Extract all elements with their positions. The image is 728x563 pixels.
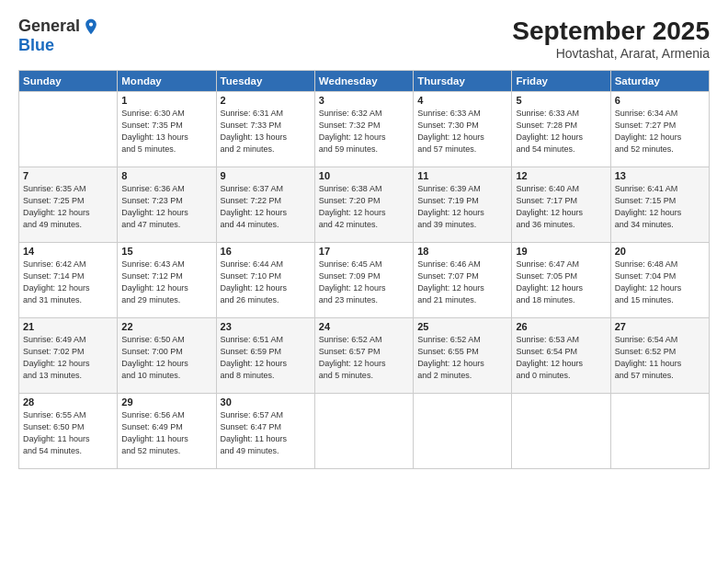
calendar-cell: 16Sunrise: 6:44 AM Sunset: 7:10 PM Dayli… [216, 243, 314, 318]
calendar-cell: 7Sunrise: 6:35 AM Sunset: 7:25 PM Daylig… [19, 167, 118, 243]
day-number: 28 [23, 396, 113, 408]
day-info: Sunrise: 6:42 AM Sunset: 7:14 PM Dayligh… [23, 259, 113, 306]
weekday-header: Thursday [414, 71, 512, 92]
calendar-cell: 22Sunrise: 6:50 AM Sunset: 7:00 PM Dayli… [118, 318, 216, 394]
calendar-cell: 19Sunrise: 6:47 AM Sunset: 7:05 PM Dayli… [512, 243, 610, 318]
day-number: 19 [516, 246, 606, 257]
header: General Blue September 2025 Hovtashat, A… [18, 17, 710, 61]
day-number: 13 [615, 170, 705, 181]
logo-general: General [18, 17, 80, 36]
calendar-cell: 11Sunrise: 6:39 AM Sunset: 7:19 PM Dayli… [414, 167, 512, 243]
day-info: Sunrise: 6:32 AM Sunset: 7:32 PM Dayligh… [319, 108, 409, 155]
day-number: 11 [417, 170, 507, 181]
day-info: Sunrise: 6:39 AM Sunset: 7:19 PM Dayligh… [417, 183, 507, 231]
calendar-cell: 9Sunrise: 6:37 AM Sunset: 7:22 PM Daylig… [216, 167, 314, 243]
calendar-cell: 20Sunrise: 6:48 AM Sunset: 7:04 PM Dayli… [610, 243, 709, 318]
day-info: Sunrise: 6:30 AM Sunset: 7:35 PM Dayligh… [121, 108, 211, 155]
day-info: Sunrise: 6:48 AM Sunset: 7:04 PM Dayligh… [615, 259, 705, 306]
logo-text: General [18, 17, 100, 36]
day-info: Sunrise: 6:57 AM Sunset: 6:47 PM Dayligh… [221, 409, 311, 457]
calendar-cell [414, 394, 512, 469]
calendar-cell: 26Sunrise: 6:53 AM Sunset: 6:54 PM Dayli… [512, 318, 610, 394]
calendar-cell: 21Sunrise: 6:49 AM Sunset: 7:02 PM Dayli… [19, 318, 118, 394]
day-number: 21 [23, 321, 113, 332]
day-info: Sunrise: 6:53 AM Sunset: 6:54 PM Dayligh… [516, 334, 606, 382]
calendar: SundayMondayTuesdayWednesdayThursdayFrid… [18, 70, 710, 469]
day-info: Sunrise: 6:50 AM Sunset: 7:00 PM Dayligh… [121, 334, 211, 382]
calendar-cell: 6Sunrise: 6:34 AM Sunset: 7:27 PM Daylig… [610, 92, 709, 167]
day-number: 9 [221, 170, 311, 181]
day-info: Sunrise: 6:47 AM Sunset: 7:05 PM Dayligh… [516, 259, 606, 306]
day-number: 10 [319, 170, 409, 181]
calendar-cell: 18Sunrise: 6:46 AM Sunset: 7:07 PM Dayli… [414, 243, 512, 318]
day-info: Sunrise: 6:44 AM Sunset: 7:10 PM Dayligh… [221, 259, 311, 306]
weekday-header: Wednesday [314, 71, 413, 92]
calendar-cell: 12Sunrise: 6:40 AM Sunset: 7:17 PM Dayli… [512, 167, 610, 243]
day-number: 4 [417, 95, 507, 106]
logo-blue: Blue [18, 36, 54, 55]
weekday-header: Sunday [19, 71, 118, 92]
calendar-cell: 17Sunrise: 6:45 AM Sunset: 7:09 PM Dayli… [314, 243, 413, 318]
day-info: Sunrise: 6:46 AM Sunset: 7:07 PM Dayligh… [417, 259, 507, 306]
day-info: Sunrise: 6:55 AM Sunset: 6:50 PM Dayligh… [23, 409, 113, 457]
calendar-cell: 15Sunrise: 6:43 AM Sunset: 7:12 PM Dayli… [118, 243, 216, 318]
day-number: 24 [319, 321, 409, 332]
day-info: Sunrise: 6:41 AM Sunset: 7:15 PM Dayligh… [615, 183, 705, 231]
day-info: Sunrise: 6:37 AM Sunset: 7:22 PM Dayligh… [221, 183, 311, 231]
calendar-cell: 28Sunrise: 6:55 AM Sunset: 6:50 PM Dayli… [19, 394, 118, 469]
page: General Blue September 2025 Hovtashat, A… [0, 0, 728, 563]
calendar-week-row: 21Sunrise: 6:49 AM Sunset: 7:02 PM Dayli… [19, 318, 710, 394]
calendar-cell: 14Sunrise: 6:42 AM Sunset: 7:14 PM Dayli… [19, 243, 118, 318]
calendar-cell: 10Sunrise: 6:38 AM Sunset: 7:20 PM Dayli… [314, 167, 413, 243]
day-info: Sunrise: 6:51 AM Sunset: 6:59 PM Dayligh… [221, 334, 311, 382]
calendar-cell: 4Sunrise: 6:33 AM Sunset: 7:30 PM Daylig… [414, 92, 512, 167]
calendar-cell: 13Sunrise: 6:41 AM Sunset: 7:15 PM Dayli… [610, 167, 709, 243]
day-number: 7 [23, 170, 113, 181]
calendar-cell: 25Sunrise: 6:52 AM Sunset: 6:55 PM Dayli… [414, 318, 512, 394]
day-number: 3 [319, 95, 409, 106]
day-number: 17 [319, 246, 409, 257]
day-number: 25 [417, 321, 507, 332]
day-number: 27 [615, 321, 705, 332]
calendar-cell [314, 394, 413, 469]
day-number: 22 [121, 321, 211, 332]
weekday-header: Friday [512, 71, 610, 92]
day-info: Sunrise: 6:56 AM Sunset: 6:49 PM Dayligh… [121, 409, 211, 457]
day-number: 26 [516, 321, 606, 332]
logo: General Blue [18, 17, 100, 55]
title-block: September 2025 Hovtashat, Ararat, Armeni… [512, 17, 710, 61]
day-info: Sunrise: 6:49 AM Sunset: 7:02 PM Dayligh… [23, 334, 113, 382]
calendar-cell [610, 394, 709, 469]
weekday-header: Saturday [610, 71, 709, 92]
day-number: 12 [516, 170, 606, 181]
calendar-cell [19, 92, 118, 167]
calendar-week-row: 7Sunrise: 6:35 AM Sunset: 7:25 PM Daylig… [19, 167, 710, 243]
day-info: Sunrise: 6:54 AM Sunset: 6:52 PM Dayligh… [615, 334, 705, 382]
day-number: 15 [121, 246, 211, 257]
day-number: 23 [221, 321, 311, 332]
calendar-cell: 24Sunrise: 6:52 AM Sunset: 6:57 PM Dayli… [314, 318, 413, 394]
day-number: 29 [121, 396, 211, 408]
calendar-cell: 2Sunrise: 6:31 AM Sunset: 7:33 PM Daylig… [216, 92, 314, 167]
day-info: Sunrise: 6:38 AM Sunset: 7:20 PM Dayligh… [319, 183, 409, 231]
weekday-header: Tuesday [216, 71, 314, 92]
day-info: Sunrise: 6:43 AM Sunset: 7:12 PM Dayligh… [121, 259, 211, 306]
day-number: 14 [23, 246, 113, 257]
calendar-cell: 23Sunrise: 6:51 AM Sunset: 6:59 PM Dayli… [216, 318, 314, 394]
day-number: 18 [417, 246, 507, 257]
day-number: 5 [516, 95, 606, 106]
day-number: 20 [615, 246, 705, 257]
day-number: 30 [221, 396, 311, 408]
day-info: Sunrise: 6:45 AM Sunset: 7:09 PM Dayligh… [319, 259, 409, 306]
calendar-week-row: 28Sunrise: 6:55 AM Sunset: 6:50 PM Dayli… [19, 394, 710, 469]
day-info: Sunrise: 6:34 AM Sunset: 7:27 PM Dayligh… [615, 108, 705, 155]
calendar-cell: 3Sunrise: 6:32 AM Sunset: 7:32 PM Daylig… [314, 92, 413, 167]
day-number: 6 [615, 95, 705, 106]
day-number: 16 [221, 246, 311, 257]
day-info: Sunrise: 6:33 AM Sunset: 7:30 PM Dayligh… [417, 108, 507, 155]
day-info: Sunrise: 6:40 AM Sunset: 7:17 PM Dayligh… [516, 183, 606, 231]
weekday-header: Monday [118, 71, 216, 92]
day-info: Sunrise: 6:52 AM Sunset: 6:55 PM Dayligh… [417, 334, 507, 382]
logo-icon [82, 17, 100, 36]
day-number: 8 [121, 170, 211, 181]
